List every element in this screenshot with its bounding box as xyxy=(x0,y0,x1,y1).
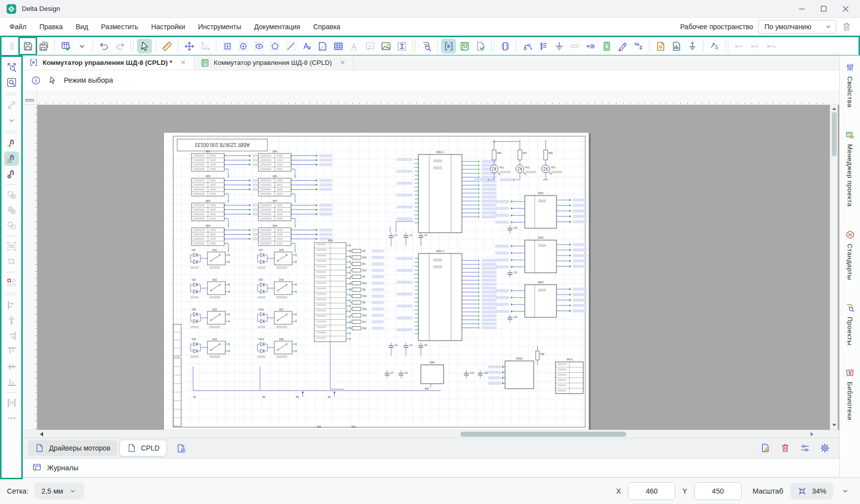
sheet-settings-button[interactable] xyxy=(819,443,830,454)
zoom-area-button[interactable] xyxy=(4,75,19,90)
menu-Справка[interactable]: Справка xyxy=(306,19,347,34)
comment-button[interactable]: a xyxy=(362,39,377,53)
chevron-down-icon[interactable] xyxy=(840,486,850,496)
marker-button[interactable] xyxy=(615,39,630,53)
pin-wave-button[interactable] xyxy=(763,39,778,53)
move-button[interactable] xyxy=(182,39,197,53)
sheet-tab[interactable]: Драйверы моторов xyxy=(28,440,117,456)
chip-button[interactable] xyxy=(498,39,512,53)
draw-rect-button[interactable] xyxy=(220,39,235,53)
edit-sheet-button[interactable] xyxy=(760,443,771,454)
place-ground-button[interactable] xyxy=(552,39,566,53)
save-button[interactable] xyxy=(20,39,35,53)
ruler-button[interactable] xyxy=(159,39,174,53)
scroll-up-icon[interactable] xyxy=(831,106,837,112)
bool-intersect-button[interactable] xyxy=(4,218,19,233)
panel-properties[interactable]: Свойства xyxy=(845,62,855,107)
text-a-button[interactable] xyxy=(347,39,361,53)
align-right-button[interactable] xyxy=(4,329,19,343)
document-tab[interactable]: Коммутатор управления ШД-8 (CPLD) xyxy=(194,55,354,70)
select-cursor-button[interactable] xyxy=(137,39,152,53)
maximize-button[interactable] xyxy=(819,4,828,13)
check-document-button[interactable] xyxy=(473,39,488,53)
chevron-down-button[interactable] xyxy=(4,113,19,128)
chevron-down-button[interactable] xyxy=(74,39,89,53)
menu-Файл[interactable]: Файл xyxy=(3,19,33,34)
draw-ellipse-button[interactable] xyxy=(252,39,266,53)
component-button[interactable] xyxy=(441,39,456,53)
panel-project-manager[interactable]: Менеджер проекта xyxy=(845,130,855,207)
place-port-button[interactable] xyxy=(583,39,598,53)
zoom-fit-button[interactable] xyxy=(4,60,19,74)
vertical-scrollbar[interactable] xyxy=(830,105,838,430)
place-bus-button[interactable] xyxy=(536,39,551,53)
menu-Документация[interactable]: Документация xyxy=(248,19,306,34)
document-tab[interactable]: Коммутатор управления ШД-8 (CPLD) * xyxy=(23,55,194,70)
swap-gates-button[interactable] xyxy=(4,275,19,290)
sheet-filter-button[interactable] xyxy=(800,443,810,454)
panel-libraries[interactable]: Библиотеки xyxy=(845,368,855,420)
vertical-scroll-thumb[interactable] xyxy=(832,112,837,156)
win-min-icon[interactable] xyxy=(797,4,807,14)
draw-doc-button[interactable] xyxy=(315,39,330,53)
delete-sheet-button[interactable] xyxy=(780,443,791,454)
edit-nodes-button[interactable] xyxy=(4,254,19,269)
minimize-button[interactable] xyxy=(798,4,807,13)
horizontal-scroll-thumb[interactable] xyxy=(460,432,626,437)
undo-button[interactable] xyxy=(97,39,111,53)
close-button[interactable] xyxy=(841,4,850,13)
bool-subtract-button[interactable] xyxy=(4,188,19,202)
panel-standards[interactable]: Стандарты xyxy=(845,230,855,280)
group-button[interactable] xyxy=(4,239,19,253)
ground-alt-button[interactable] xyxy=(685,39,700,53)
save-all-button[interactable] xyxy=(36,39,51,53)
menu-Настройки[interactable]: Настройки xyxy=(145,19,192,34)
find-document-button[interactable] xyxy=(419,39,434,53)
snap-grid-button[interactable] xyxy=(4,151,19,166)
table-check-button[interactable] xyxy=(58,39,73,53)
align-bottom-button[interactable] xyxy=(4,375,19,389)
report-button[interactable] xyxy=(669,39,684,53)
formula-button[interactable] xyxy=(394,39,409,53)
drawing-area[interactable]: АБВГ.123678.100.00133XP1XP2XP3XP4XP5XP6X… xyxy=(37,105,830,430)
measure-button[interactable] xyxy=(4,98,19,112)
workspace-trash-icon[interactable] xyxy=(841,21,852,32)
draw-table-button[interactable] xyxy=(331,39,346,53)
menu-Разместить[interactable]: Разместить xyxy=(95,19,145,34)
align-left-button[interactable] xyxy=(4,298,19,312)
align-center-button[interactable] xyxy=(4,313,19,328)
panel-projects-panel[interactable]: Проекты xyxy=(845,303,855,346)
signal-button[interactable]: S xyxy=(707,39,722,53)
draw-polygon-button[interactable] xyxy=(267,39,282,53)
menu-Правка[interactable]: Правка xyxy=(33,19,69,34)
info-icon[interactable] xyxy=(31,75,41,86)
sheet-tab[interactable]: CPLD xyxy=(119,440,167,456)
chevron-down-icon[interactable] xyxy=(840,486,850,496)
window-handle-button[interactable] xyxy=(4,39,19,53)
x-input[interactable] xyxy=(628,482,675,500)
draw-circle-button[interactable] xyxy=(236,39,251,53)
snap-gear-button[interactable] xyxy=(4,167,19,181)
horizontal-scrollbar[interactable] xyxy=(23,430,839,438)
close-x-icon[interactable] xyxy=(339,58,347,67)
pin-simple-button[interactable] xyxy=(732,39,747,53)
image-button[interactable] xyxy=(378,39,393,53)
distribute-button[interactable] xyxy=(4,396,19,410)
y-input[interactable] xyxy=(694,482,742,500)
draw-line-button[interactable] xyxy=(283,39,298,53)
place-label-button[interactable] xyxy=(567,39,582,53)
snap-point-button[interactable] xyxy=(4,136,19,151)
schematic-sheet[interactable]: АБВГ.123678.100.00133XP1XP2XP3XP4XP5XP6X… xyxy=(163,132,589,430)
grid-select[interactable]: 2,5 мм xyxy=(34,483,84,500)
draw-text-button[interactable] xyxy=(299,39,314,53)
scale-select[interactable]: 34% xyxy=(790,483,833,500)
workspace-select[interactable]: По умолчанию xyxy=(758,20,836,34)
place-component-button[interactable] xyxy=(599,39,614,53)
scroll-left-icon[interactable] xyxy=(39,431,45,437)
workspace-trash-icon[interactable] xyxy=(841,21,852,32)
document-export-button[interactable] xyxy=(653,39,668,53)
info-icon[interactable] xyxy=(31,75,41,86)
close-x-icon[interactable] xyxy=(179,58,188,67)
numbering-button[interactable]: № xyxy=(631,39,646,53)
win-max-icon[interactable] xyxy=(819,4,829,14)
